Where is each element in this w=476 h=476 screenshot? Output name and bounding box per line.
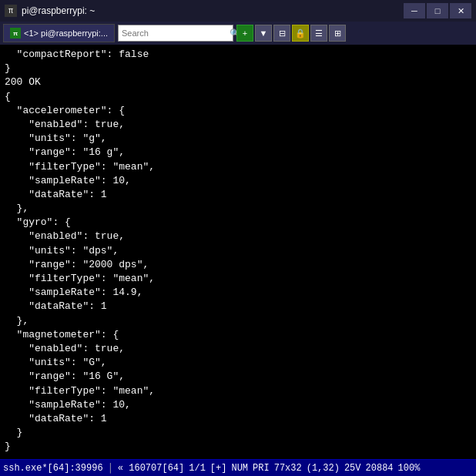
status-percent: 100% [398,463,421,474]
search-input[interactable] [122,28,228,38]
tab-icon: π [10,28,21,39]
terminal-line: "sampleRate": 10, [5,398,471,412]
terminal-line: "magnetometer": { [5,328,471,342]
terminal-line: "filterType": "mean", [5,160,471,174]
terminal-line: "sampleRate": 14.9, [5,286,471,300]
terminal-line: "enabled": true, [5,230,471,243]
status-dimensions: 77x32 [274,463,302,474]
terminal-line: "dataRate": 1 [5,300,471,313]
terminal-line: "filterType": "mean", [5,272,471,286]
terminal-line: "accelerometer": { [5,104,471,118]
status-position: « 160707[64] [118,463,184,474]
status-fraction: 1/1 [189,463,206,474]
title-bar-controls: ─ □ ✕ [404,3,471,18]
add-button[interactable]: + [236,25,253,42]
terminal-line: "range": "16 G", [5,370,471,384]
terminal-line: "compactReport": false [5,48,471,62]
terminal-line: } [5,426,471,440]
tab-bar: π <1> pi@raspberrypi:... 🔍 + ▼ ⊟ 🔒 ☰ ⊞ [0,22,476,45]
terminal-line: "units": "g", [5,132,471,146]
settings-button[interactable]: ☰ [310,25,327,42]
status-ssh: ssh.exe*[64]:39996 [3,463,103,474]
tab-item[interactable]: π <1> pi@raspberrypi:... [3,24,115,42]
terminal-line: "dataRate": 1 [5,188,471,202]
status-coords: (1,32) [307,463,340,474]
terminal-line: "enabled": true, [5,118,471,132]
terminal-line: } [5,440,471,454]
status-prio: PRI [253,463,270,474]
dropdown-button[interactable]: ▼ [255,25,272,42]
status-voltage: 25V [344,463,361,474]
lock-button[interactable]: 🔒 [292,25,309,42]
terminal-content[interactable]: "compactReport": false}200 OK{ "accelero… [0,45,476,459]
terminal-line: "enabled": true, [5,342,471,356]
tab-text: <1> pi@raspberrypi:... [24,28,108,38]
toolbar-icons: + ▼ ⊟ 🔒 ☰ ⊞ [236,25,346,42]
terminal-line: "gyro": { [5,216,471,230]
terminal-line: }, [5,314,471,328]
menu-button[interactable]: ⊞ [329,25,346,42]
terminal-line: "units": "G", [5,356,471,370]
terminal-line: } [5,62,471,75]
title-bar-text: pi@raspberrypi: ~ [22,5,399,16]
status-bar: ssh.exe*[64]:39996 │ « 160707[64] 1/1 [+… [0,459,476,476]
terminal-line: "filterType": "mean", [5,384,471,398]
status-memory: 20884 [366,463,394,474]
title-bar-icon: π [5,5,17,17]
status-plus: [+] [210,463,227,474]
minimize-button[interactable]: ─ [404,3,425,18]
search-box[interactable]: 🔍 [118,25,233,42]
terminal-line: "dataRate": 1 [5,412,471,426]
terminal-line: "range": "16 g", [5,146,471,159]
title-bar: π pi@raspberrypi: ~ ─ □ ✕ [0,0,476,22]
maximize-button[interactable]: □ [427,3,448,18]
terminal-line: "units": "dps", [5,244,471,258]
terminal-line: 200 OK [5,75,471,89]
terminal-line: }, [5,202,471,216]
close-button[interactable]: ✕ [450,3,471,18]
terminal-line: "sampleRate": 10, [5,174,471,188]
split-button[interactable]: ⊟ [273,25,290,42]
terminal-line: "range": "2000 dps", [5,258,471,272]
status-mode: NUM [231,463,248,474]
terminal-line: { [5,90,471,104]
